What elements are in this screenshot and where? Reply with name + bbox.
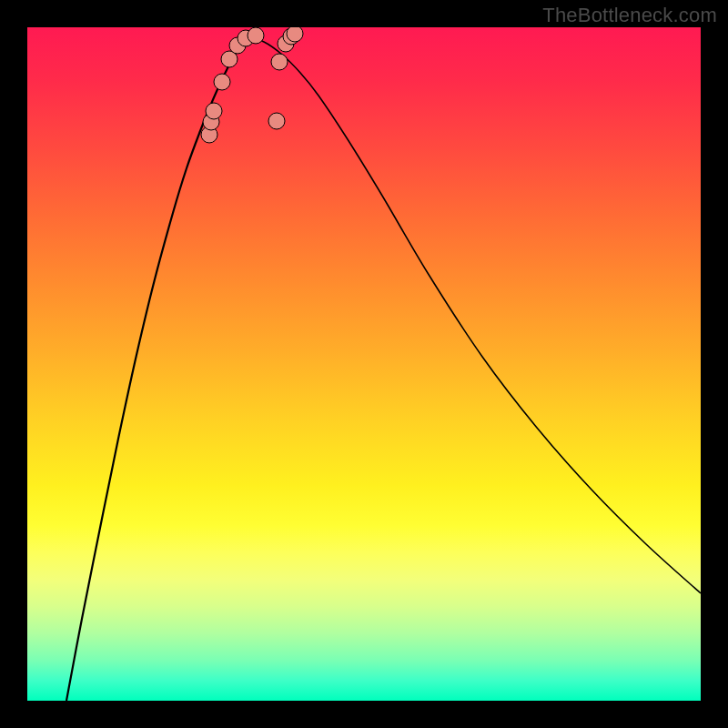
plot-area	[27, 27, 701, 701]
curve-layer	[27, 27, 701, 701]
chart-frame: TheBottleneck.com	[0, 0, 728, 728]
data-marker	[214, 74, 230, 90]
data-marker	[271, 54, 288, 70]
right-curve	[246, 36, 701, 593]
watermark-text: TheBottleneck.com	[542, 4, 717, 27]
data-marker	[248, 27, 264, 44]
data-marker	[268, 113, 285, 129]
right-marker-cluster	[268, 27, 303, 129]
data-marker	[206, 103, 222, 119]
left-curve	[66, 36, 246, 701]
left-marker-cluster	[201, 27, 264, 143]
data-marker	[287, 27, 303, 42]
